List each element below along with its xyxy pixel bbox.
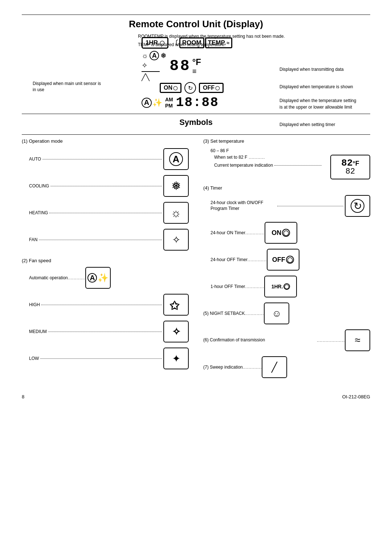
symbol-low: LOW ✦ [29,348,189,369]
night-setback-title: (5) NIGHT SETBACK [203,311,245,316]
timer-1hr-label: 1-hour OFF Timer [211,284,245,289]
top-divider [22,15,370,15]
temp-display-box: 82°F 82 [330,155,370,179]
fan-label: FAN [29,237,37,242]
auto-dots [42,159,162,159]
timer-on-icon: ON◯ [265,222,297,244]
temp-display-area: When set to 82 F ........... Current tem… [211,155,370,179]
symbol-24h-clock: 24-hour clock with ON/OFF Program Timer … [211,195,370,217]
display-section: Displayed when main unit sensor is in us… [22,37,370,110]
heating-icon: ☼ [163,202,189,224]
right-annotations: Displayed when transmitting data Display… [279,66,359,128]
annotation-roomtemp-area: ROOMTEMP is displayed when the temperatu… [138,33,290,48]
symbol-heating: HEATING ☼ [29,202,189,224]
lcd-big-digits: 88 [170,58,191,74]
symbol-high: HIGH ✩ [29,294,189,316]
lcd-on-off-row: ON◯ ↻ OFF◯ [160,82,250,94]
timer-24h-label: 24-hour clock with ON/OFF Program Timer [211,200,276,211]
medium-label: MEDIUM [29,329,47,334]
operation-mode-title: (1) Operation mode [22,138,189,144]
medium-icon: ✧ [163,321,189,342]
page: Remote Control Unit (Display) Displayed … [0,0,392,556]
current-temp-label: Current temperature indication [214,163,273,168]
lcd-ampm: AM PM [165,97,173,109]
symbol-24h-off: 24-hour OFF Timer ............. OFF◯ [211,249,370,271]
high-dots [41,305,162,305]
cooling-label: COOLING [29,183,49,188]
lcd-time-row: A ✨ AM PM 18:88 [142,95,250,110]
auto-icon: A [163,148,189,170]
auto-label: AUTO [29,157,41,162]
symbol-fan: FAN ✧ [29,229,189,251]
fan-speed-title: (2) Fan speed [22,258,189,263]
display-wrapper: Displayed when main unit sensor is in us… [33,37,359,110]
timer-title: (4) Timer [203,185,370,191]
page-title: Remote Control Unit (Display) [22,19,370,30]
set-temp-title: (3) Set temperature [203,138,370,144]
lcd-mode-row: ☼ A ❅ ✧ ╱╲ [142,51,250,81]
symbol-transmission: (6) Confirmation of transmission .......… [203,329,370,351]
symbols-content: (1) Operation mode AUTO A COOLING ❅ HEAT… [22,138,370,383]
current-temp-row: Current temperature indication [211,163,323,168]
lcd-left-icons: ☼ A ❅ ✧ ╱╲ [142,51,167,81]
lcd-auto-fan-icon: A ✨ [142,98,162,108]
low-icon: ✦ [163,348,189,369]
annotation-transmit: Displayed when transmitting data [279,66,359,73]
high-fan-svg: ✩ [168,297,184,313]
timer-1hr-icon: 1HR.◯ [264,276,297,297]
symbol-auto-op: Automatic operation ............ A ✨ [29,267,189,289]
annotation-sensor: Displayed when main unit sensor is in us… [33,81,105,93]
low-label: LOW [29,356,39,361]
annotation-timer: Displayed when setting timer [279,121,359,128]
document-id: OI-212-08EG [342,394,370,399]
lcd-clock-icon: ↻ [184,82,196,94]
lcd-deg-area: °F ≡ [192,57,201,76]
annotation-temp: TEMP is displayed when setting temperatu… [138,42,290,48]
svg-text:✩: ✩ [170,299,180,312]
temp-range: 60 – 86 F [211,148,370,153]
annotation-roomtemp: ROOMTEMP is displayed when the temperatu… [138,33,290,40]
timer-on-label: 24-hour ON Timer [211,230,245,235]
night-setback-icon: ☺ [264,303,289,324]
lcd-time-digits: 18:88 [176,95,219,110]
heating-dots [49,213,162,213]
auto-op-label: Automatic operation [29,275,68,280]
annotation-temp-limit: Displayed when the temperature setting i… [279,97,359,110]
symbol-1hr-off: 1-hour OFF Timer ............. 1HR.◯ [211,276,370,297]
annotation-temp-shown: Displayed when temperature is shown [279,84,359,90]
symbol-cooling: COOLING ❅ [29,175,189,197]
timer-24h-icon: ↻ [345,195,370,217]
symbol-24h-on: 24-hour ON Timer ............. ON◯ [211,222,370,244]
temp-annotations: When set to 82 F ........... Current tem… [211,155,323,173]
symbol-auto: AUTO A [29,148,189,170]
when-set-row: When set to 82 F ........... [211,155,323,160]
fan-dots [39,240,162,240]
sweep-title: (7) Sweep indication [203,365,243,370]
fan-icon: ✧ [163,229,189,251]
symbol-sweep: (7) Sweep indication ............. ╱ [203,356,370,378]
current-temp-dots [274,165,322,166]
symbol-night-setback: (5) NIGHT SETBACK ............. ☺ [203,303,370,324]
when-set-label: When set to 82 F [214,155,247,160]
page-footer: 8 OI-212-08EG [22,394,370,399]
low-dots [40,358,162,359]
symbol-medium: MEDIUM ✧ [29,321,189,342]
symbols-right-column: (3) Set temperature 60 – 86 F When set t… [203,138,370,383]
transmission-icon: ≈ [345,329,370,351]
cooling-icon: ❅ [163,175,189,197]
cooling-dots [50,186,162,186]
lcd-display: 1HR. ◯ 〔 ROOM TEMP. ≈ [142,37,250,110]
timer-off-label: 24-hour OFF Timer [211,257,248,262]
symbols-left-column: (1) Operation mode AUTO A COOLING ❅ HEAT… [22,138,189,383]
auto-op-icon: A ✨ [85,267,111,289]
heating-label: HEATING [29,210,48,215]
timer-24h-dots [277,206,343,206]
lcd-off-btn: OFF◯ [199,83,224,93]
sweep-icon: ╱ [262,356,287,378]
transmission-title: (6) Confirmation of transmission [203,337,317,343]
section-divider-2 [22,134,370,135]
high-label: HIGH [29,302,40,307]
medium-dots [48,332,162,332]
page-number: 8 [22,394,24,399]
high-icon: ✩ [163,294,189,316]
